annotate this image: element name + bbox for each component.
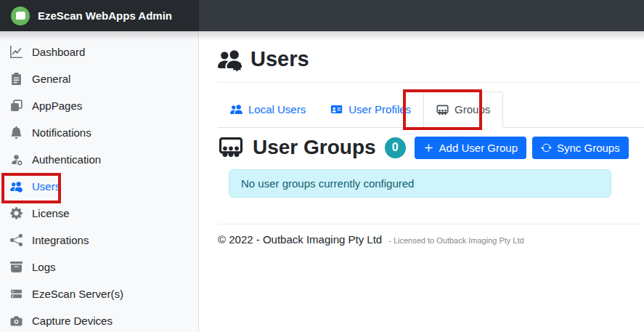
sidebar-item-label: License: [32, 207, 70, 219]
bell-icon: [10, 126, 23, 139]
sidebar-item-logs[interactable]: Logs: [0, 254, 198, 280]
sidebar-item-license[interactable]: License: [0, 200, 198, 227]
page-title: Users: [250, 47, 309, 71]
sidebar-item-label: EzeScan Server(s): [32, 288, 123, 300]
app-title: EzeScan WebApps Admin: [38, 9, 172, 22]
sidebar-item-capture-devices[interactable]: Capture Devices: [0, 307, 198, 332]
clipboard-icon: [10, 73, 23, 85]
title-divider: [218, 82, 642, 83]
people-icon: [230, 103, 242, 116]
section-title: User Groups: [253, 136, 376, 159]
gear-icon: [10, 207, 23, 219]
sidebar-item-apppages[interactable]: AppPages: [0, 92, 198, 119]
sidebar-item-integrations[interactable]: Integrations: [0, 227, 198, 254]
sidebar-item-general[interactable]: General: [0, 65, 198, 92]
sidebar-item-label: Users: [32, 180, 60, 193]
sidebar-item-notifications[interactable]: Notifications: [0, 119, 198, 146]
sidebar-item-label: Logs: [32, 261, 56, 273]
pages-icon: [10, 100, 23, 112]
group-count-badge: 0: [385, 137, 406, 158]
navbar-spacer: [199, 0, 644, 31]
tab-label: Local Users: [248, 102, 306, 117]
navbar-brand: EzeScan WebApps Admin: [0, 0, 199, 31]
sidebar-item-label: Notifications: [32, 126, 91, 139]
license-note: - Licensed to Outback Imaging Pty Ltd: [388, 236, 524, 245]
button-label: Sync Groups: [557, 142, 620, 154]
sync-groups-button[interactable]: Sync Groups: [532, 137, 629, 159]
sidebar-item-label: Dashboard: [32, 46, 85, 58]
group-frame-icon: [436, 104, 449, 116]
sidebar-item-label: Authentication: [32, 153, 101, 166]
tab-local-users[interactable]: Local Users: [218, 92, 318, 127]
plus-icon: [423, 142, 434, 153]
page-title-row: Users: [218, 47, 644, 71]
ezescan-admin-window: EzeScan WebApps Admin Dashboard General …: [0, 0, 644, 332]
tab-label: User Profiles: [349, 102, 411, 117]
dashboard-icon: [10, 46, 23, 58]
id-card-icon: [330, 103, 343, 116]
tab-user-profiles[interactable]: User Profiles: [318, 92, 423, 127]
main-content: Users Local Users User Profiles Groups U…: [200, 31, 644, 332]
sidebar: Dashboard General AppPages Notifications…: [0, 31, 199, 332]
sidebar-item-users[interactable]: Users: [0, 173, 198, 200]
footer-divider: [218, 224, 642, 224]
server-icon: [10, 288, 23, 300]
person-gear-icon: [10, 153, 23, 166]
sidebar-item-authentication[interactable]: Authentication: [0, 146, 198, 173]
copyright-text: © 2022 - Outback Imaging Pty Ltd: [218, 233, 382, 246]
tab-groups[interactable]: Groups: [423, 92, 503, 128]
users-gear-icon: [218, 47, 242, 71]
top-navbar: EzeScan WebApps Admin: [0, 0, 644, 31]
sidebar-item-label: General: [32, 73, 70, 85]
camera-icon: [10, 315, 23, 327]
tab-label: Groups: [455, 102, 490, 117]
empty-groups-alert: No user groups currently configured: [229, 169, 611, 198]
footer: © 2022 - Outback Imaging Pty Ltd - Licen…: [218, 233, 644, 246]
user-groups-header: User Groups 0 Add User Group Sync Groups: [218, 135, 644, 160]
share-icon: [10, 234, 23, 246]
add-user-group-button[interactable]: Add User Group: [415, 137, 526, 159]
button-label: Add User Group: [439, 142, 518, 154]
ezescan-logo-icon: [11, 7, 30, 25]
sidebar-item-label: AppPages: [32, 100, 82, 112]
sidebar-item-label: Integrations: [32, 234, 89, 246]
sidebar-item-dashboard[interactable]: Dashboard: [0, 39, 198, 65]
archive-icon: [10, 261, 23, 273]
users-gear-icon: [10, 180, 23, 193]
tab-bar: Local Users User Profiles Groups: [218, 92, 644, 128]
group-frame-icon: [218, 135, 244, 160]
sync-icon: [541, 142, 552, 153]
sidebar-item-ezescan-servers[interactable]: EzeScan Server(s): [0, 280, 198, 307]
sidebar-item-label: Capture Devices: [32, 315, 113, 327]
